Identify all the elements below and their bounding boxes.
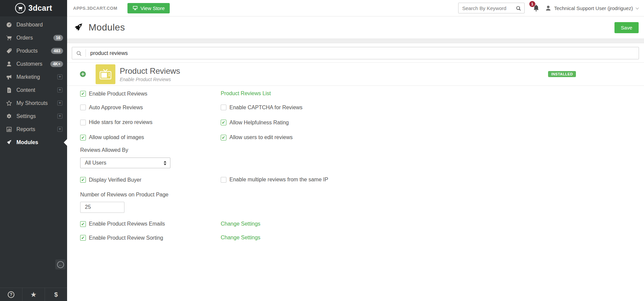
module-subtitle: Enable Product Reviews	[120, 77, 180, 82]
emails-change-settings-link[interactable]: Change Settings	[221, 221, 260, 227]
module-search-input[interactable]	[86, 50, 639, 56]
sidebar-item-orders[interactable]: Orders 16	[0, 31, 67, 44]
favorites-icon: ★	[31, 291, 37, 299]
store-domain-label: APPS.3DCART.COM	[73, 6, 117, 11]
installed-badge: INSTALLED	[548, 71, 576, 77]
cart-logo-icon	[15, 3, 25, 13]
checkbox-enable-reviews-emails[interactable]: Enable Product Reviews Emails	[80, 221, 165, 227]
checkbox-enable-captcha[interactable]: Enable CAPTCHA for Reviews	[221, 105, 303, 111]
bar-chart-icon	[6, 126, 12, 132]
search-icon[interactable]	[516, 5, 521, 11]
logo-text: 3dcart	[29, 4, 52, 13]
checkbox-box	[221, 120, 226, 125]
reviews-allowed-by-label: Reviews Allowed By	[80, 147, 644, 153]
checkbox-display-verified-buyer[interactable]: Display Verified Buyer	[80, 177, 142, 183]
checkbox-auto-approve-reviews[interactable]: Auto Approve Reviews	[80, 105, 143, 111]
checkbox-allow-users-edit-reviews[interactable]: Allow users to edit reviews	[221, 134, 293, 140]
view-store-label: View Store	[141, 5, 165, 11]
sidebar-item-dashboard[interactable]: Dashboard	[0, 18, 67, 31]
global-search	[458, 3, 525, 13]
checkbox-enable-review-sorting[interactable]: Enable Product Review Sorting	[80, 235, 163, 241]
checkbox-allow-upload-images[interactable]: Allow upload of images	[80, 134, 144, 140]
arrow-left-circle-icon	[57, 261, 64, 268]
checkbox-box	[80, 235, 86, 241]
sidebar-item-label: Dashboard	[16, 22, 43, 28]
sidebar: 3dcart Dashboard Orders 16 Products 483	[0, 0, 67, 301]
sidebar-footer: ? ★ $	[0, 288, 67, 301]
number-of-reviews-input[interactable]	[80, 202, 124, 213]
rocket-icon	[73, 22, 84, 33]
sidebar-item-label: Marketing	[16, 74, 40, 80]
module-title: Product Reviews	[120, 66, 180, 76]
select-updown-icon	[164, 161, 166, 165]
sidebar-item-my-shortcuts[interactable]: My Shortcuts	[0, 97, 67, 110]
product-reviews-tv-icon	[96, 64, 115, 84]
logo[interactable]: 3dcart	[0, 0, 67, 16]
monitor-icon	[132, 5, 138, 11]
select-value: All Users	[85, 160, 106, 166]
sidebar-item-label: Settings	[16, 113, 36, 119]
gauge-icon	[6, 21, 12, 28]
sidebar-item-settings[interactable]: Settings	[0, 110, 67, 123]
add-circle-icon[interactable]	[79, 71, 86, 77]
sidebar-item-modules[interactable]: Modules	[0, 136, 67, 149]
user-name: Technical Support User (jrodriguez)	[554, 5, 633, 11]
save-button[interactable]: Save	[614, 22, 639, 33]
cart-icon	[6, 35, 12, 41]
collapse-sidebar-button[interactable]	[55, 259, 65, 269]
expand-plus-icon[interactable]	[57, 101, 62, 106]
module-card-product-reviews: Product Reviews Enable Product Reviews I…	[67, 62, 644, 86]
checkbox-box	[221, 105, 226, 110]
reviews-allowed-by-select[interactable]: All Users	[80, 158, 170, 168]
sidebar-item-label: My Shortcuts	[16, 100, 48, 106]
modules-panel: Product Reviews Enable Product Reviews I…	[67, 43, 644, 301]
expand-plus-icon[interactable]	[57, 87, 62, 93]
sidebar-item-customers[interactable]: Customers 4K+	[0, 57, 67, 70]
sidebar-nav: Dashboard Orders 16 Products 483 Custome…	[0, 16, 67, 149]
page-title: Modules	[89, 22, 125, 33]
expand-plus-icon[interactable]	[57, 114, 62, 119]
products-count-badge: 483	[51, 48, 63, 54]
sidebar-item-reports[interactable]: Reports	[0, 123, 67, 136]
module-search	[72, 47, 639, 59]
checkbox-multiple-reviews-same-ip[interactable]: Enable multiple reviews from the same IP	[221, 177, 328, 183]
sidebar-item-label: Content	[16, 87, 35, 93]
product-reviews-list-link[interactable]: Product Reviews List	[221, 91, 271, 96]
global-search-input[interactable]	[462, 5, 516, 11]
star-outline-icon	[6, 100, 12, 106]
sidebar-item-marketing[interactable]: Marketing	[0, 70, 67, 83]
expand-plus-icon[interactable]	[57, 74, 62, 79]
billing-button[interactable]: $	[45, 288, 67, 301]
customers-count-badge: 4K+	[50, 61, 63, 67]
favorites-button[interactable]: ★	[22, 288, 45, 301]
sidebar-item-products[interactable]: Products 483	[0, 44, 67, 57]
sidebar-item-content[interactable]: Content	[0, 83, 67, 97]
notification-count-badge: 1	[529, 1, 535, 7]
checkbox-box	[80, 120, 86, 125]
main-content: APPS.3DCART.COM View Store 1 Technical S…	[67, 0, 644, 301]
chevron-down-icon	[636, 6, 639, 9]
orders-count-badge: 16	[53, 35, 63, 41]
checkbox-box	[80, 135, 86, 140]
help-icon: ?	[8, 291, 14, 298]
checkbox-allow-helpfulness-rating[interactable]: Allow Helpfulness Rating	[221, 120, 289, 126]
sidebar-item-label: Orders	[16, 35, 33, 41]
billing-icon: $	[54, 291, 58, 298]
help-button[interactable]: ?	[0, 288, 22, 301]
tag-icon	[6, 48, 12, 54]
checkbox-hide-stars-zero-reviews[interactable]: Hide stars for zero reviews	[80, 119, 152, 125]
document-icon	[6, 87, 12, 93]
sorting-change-settings-link[interactable]: Change Settings	[221, 235, 260, 240]
checkbox-box	[221, 135, 226, 140]
checkbox-enable-product-reviews[interactable]: Enable Product Reviews	[80, 91, 147, 97]
module-card-text: Product Reviews Enable Product Reviews	[120, 66, 180, 82]
search-icon	[72, 50, 86, 56]
user-menu[interactable]: Technical Support User (jrodriguez)	[545, 5, 638, 11]
expand-plus-icon[interactable]	[57, 127, 62, 132]
view-store-button[interactable]: View Store	[127, 3, 170, 13]
user-icon	[545, 5, 551, 11]
notifications-button[interactable]: 1	[533, 5, 540, 12]
checkbox-box	[80, 177, 86, 183]
rocket-icon	[6, 139, 12, 145]
number-of-reviews-label: Number of Reviews on Product Page	[80, 192, 644, 198]
